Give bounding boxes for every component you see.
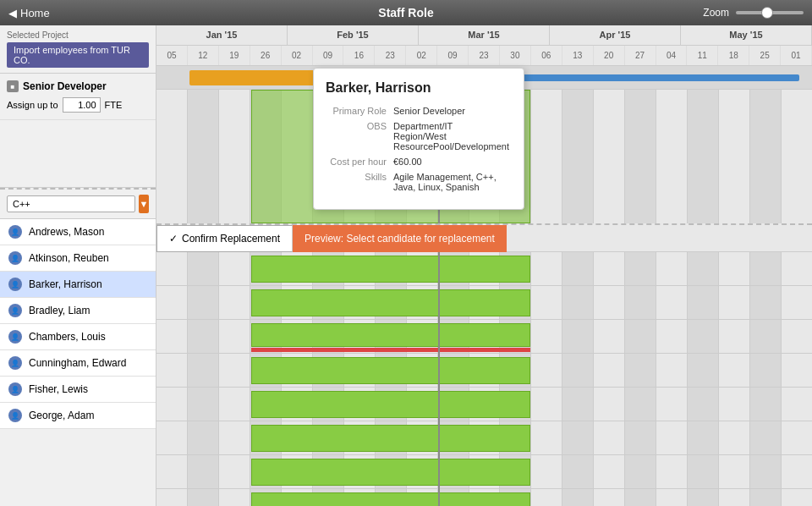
zoom-control: Zoom: [703, 7, 804, 19]
bar-george: [251, 492, 529, 506]
popup-value-role: Senior Developer: [393, 106, 512, 116]
bar-chambers: [251, 391, 529, 418]
role-icon: ■: [7, 80, 19, 92]
gantt-row-barker: [156, 320, 812, 354]
month-row: Jan '15 Feb '15 Mar '15 Apr '15 May '15: [156, 25, 812, 46]
role-name: Senior Developer: [23, 80, 107, 92]
week-04: 04: [656, 46, 688, 65]
week-26: 26: [250, 46, 282, 65]
avatar: 👤: [8, 356, 22, 370]
list-item[interactable]: 👤 Andrews, Mason: [0, 219, 156, 245]
week-02a: 02: [282, 46, 313, 65]
list-item[interactable]: 👤 Chambers, Louis: [0, 324, 156, 350]
avatar: 👤: [8, 382, 22, 396]
month-may: May '15: [681, 25, 812, 45]
project-bar-blue: [485, 74, 799, 81]
employee-detail-popup: Barker, Harrison Primary Role Senior Dev…: [313, 68, 524, 210]
fte-input[interactable]: [63, 97, 101, 113]
back-button[interactable]: ◀ Home: [8, 7, 50, 19]
month-mar: Mar '15: [419, 25, 550, 45]
search-row: ▼: [0, 190, 156, 219]
popup-row-cost: Cost per hour €60.00: [326, 157, 512, 167]
employee-name: Barker, Harrison: [29, 278, 102, 290]
preview-label: Preview: Select candidate for replacemen…: [293, 225, 507, 252]
assign-label: Assign up to: [7, 100, 58, 110]
employee-name: Chambers, Louis: [29, 331, 106, 343]
page-title: Staff Role: [378, 6, 433, 19]
bar-barker-red: [251, 348, 529, 352]
selected-project-section: Selected Project Import employees from T…: [0, 25, 156, 74]
zoom-slider[interactable]: [736, 11, 804, 14]
list-item[interactable]: 👤 Barker, Harrison: [0, 272, 156, 298]
employee-name: Bradley, Liam: [29, 305, 90, 316]
gantt-row-fisher: [156, 455, 812, 489]
assign-row: Assign up to FTE: [7, 97, 149, 113]
bar-barker: [251, 323, 529, 347]
back-icon: ◀: [8, 7, 17, 19]
week-02b: 02: [406, 46, 437, 65]
week-11: 11: [687, 46, 718, 65]
confirm-bar: ✓ Confirm Replacement Preview: Select ca…: [156, 225, 812, 252]
popup-employee-name: Barker, Harrison: [326, 80, 512, 96]
popup-value-obs: Department/ITRegion/WestResourcePool/Dev…: [393, 121, 512, 151]
month-jan: Jan '15: [156, 25, 288, 45]
zoom-thumb[interactable]: [761, 7, 773, 19]
list-item[interactable]: 👤 Fisher, Lewis: [0, 377, 156, 403]
filter-button[interactable]: ▼: [139, 195, 149, 213]
employee-name: Andrews, Mason: [29, 226, 104, 238]
gantt-row-atkinson: [156, 286, 812, 320]
bar-cunningham: [251, 425, 529, 452]
list-item[interactable]: 👤 Bradley, Liam: [0, 298, 156, 324]
left-panel: Selected Project Import employees from T…: [0, 25, 156, 506]
employee-name: Fisher, Lewis: [29, 383, 88, 395]
gantt-row-cunningham: [156, 421, 812, 455]
chart-panel: Jan '15 Feb '15 Mar '15 Apr '15 May '15 …: [156, 25, 812, 506]
role-spacer: [0, 120, 156, 188]
popup-label-role: Primary Role: [326, 106, 393, 116]
week-05: 05: [156, 46, 188, 65]
fte-unit: FTE: [105, 100, 123, 110]
current-week-line-bottom: [438, 252, 440, 506]
week-row: 05 12 19 26 02 09 16 23 02 09 23 30 06 1…: [156, 46, 812, 65]
popup-label-obs: OBS: [326, 121, 393, 151]
search-input[interactable]: [7, 195, 135, 212]
week-27: 27: [625, 46, 656, 65]
list-item[interactable]: 👤 Cunningham, Edward: [0, 350, 156, 377]
zoom-label: Zoom: [703, 7, 729, 19]
week-20: 20: [594, 46, 625, 65]
popup-label-cost: Cost per hour: [326, 157, 393, 167]
avatar: 👤: [8, 225, 22, 239]
employee-name: Atkinson, Reuben: [29, 252, 109, 264]
week-09b: 09: [437, 46, 469, 65]
week-23a: 23: [375, 46, 406, 65]
gantt-row-george: [156, 489, 812, 506]
popup-value-skills: Agile Management, C++, Java, Linux, Span…: [393, 172, 512, 192]
week-09a: 09: [313, 46, 344, 65]
week-06: 06: [531, 46, 562, 65]
month-feb: Feb '15: [288, 25, 419, 45]
confirm-replacement-button[interactable]: ✓ Confirm Replacement: [156, 225, 293, 252]
week-01: 01: [781, 46, 812, 65]
back-label: Home: [20, 7, 50, 19]
week-12: 12: [188, 46, 219, 65]
month-apr: Apr '15: [550, 25, 681, 45]
list-item[interactable]: 👤 Atkinson, Reuben: [0, 245, 156, 272]
popup-row-obs: OBS Department/ITRegion/WestResourcePool…: [326, 121, 512, 151]
avatar: 👤: [8, 409, 22, 422]
week-30: 30: [500, 46, 531, 65]
bottom-gantt-section: [156, 252, 812, 506]
avatar: 👤: [8, 278, 22, 291]
week-23b: 23: [469, 46, 500, 65]
bar-andrews: [251, 256, 529, 283]
gantt-row-andrews: [156, 252, 812, 286]
bar-bradley: [251, 357, 529, 384]
popup-label-skills: Skills: [326, 172, 393, 192]
popup-row-skills: Skills Agile Management, C++, Java, Linu…: [326, 172, 512, 192]
employee-name: Cunningham, Edward: [29, 357, 126, 369]
week-13: 13: [562, 46, 594, 65]
employee-name: George, Adam: [29, 410, 94, 421]
week-16: 16: [343, 46, 375, 65]
list-item[interactable]: 👤 George, Adam: [0, 403, 156, 429]
role-title: ■ Senior Developer: [7, 80, 149, 92]
week-18: 18: [718, 46, 749, 65]
